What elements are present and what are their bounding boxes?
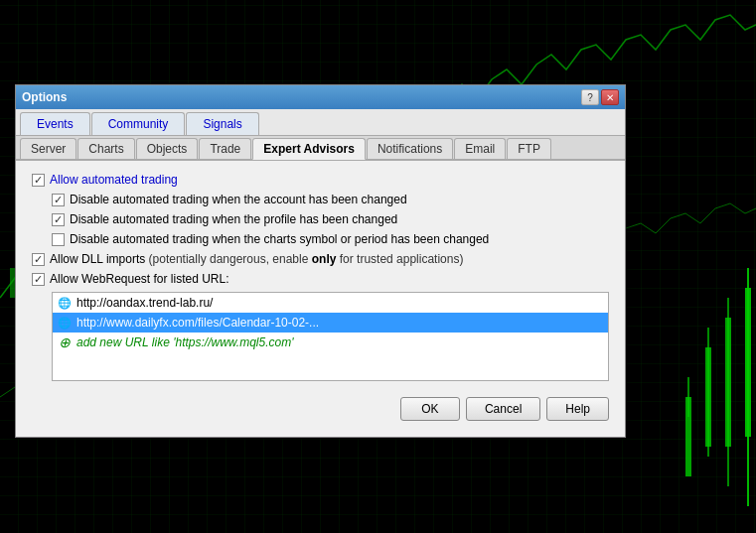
label-disable-account: Disable automated trading when the accou… bbox=[70, 193, 407, 206]
cancel-button[interactable]: Cancel bbox=[466, 397, 540, 421]
tab-row-top: Events Community Signals bbox=[16, 109, 625, 136]
url-item-add[interactable]: ⊕ add new URL like 'https://www.mql5.com… bbox=[53, 333, 608, 352]
title-bar: Options ? ✕ bbox=[16, 85, 625, 109]
label-allow-auto-trading: Allow automated trading bbox=[50, 173, 178, 187]
url-section: 🌐 http://oandax.trend-lab.ru/ 🌐 http://w… bbox=[32, 292, 609, 381]
tab-trade[interactable]: Trade bbox=[199, 138, 251, 159]
tab-objects[interactable]: Objects bbox=[136, 138, 199, 159]
checkbox-row-allow-auto-trading: Allow automated trading bbox=[32, 173, 609, 187]
tab-notifications[interactable]: Notifications bbox=[367, 138, 453, 159]
globe-icon-1: 🌐 bbox=[57, 295, 73, 311]
url-text-1: http://oandax.trend-lab.ru/ bbox=[76, 296, 213, 310]
checkbox-allow-auto-trading[interactable] bbox=[32, 174, 45, 187]
label-disable-chart: Disable automated trading when the chart… bbox=[70, 232, 489, 246]
globe-icon-2: 🌐 bbox=[57, 315, 73, 331]
tab-row-bottom: Server Charts Objects Trade Expert Advis… bbox=[16, 136, 625, 161]
checkbox-disable-chart[interactable] bbox=[52, 233, 65, 246]
tab-events[interactable]: Events bbox=[20, 112, 90, 135]
tab-charts[interactable]: Charts bbox=[77, 138, 134, 159]
url-list[interactable]: 🌐 http://oandax.trend-lab.ru/ 🌐 http://w… bbox=[52, 292, 609, 381]
add-icon: ⊕ bbox=[57, 334, 73, 350]
label-disable-profile: Disable automated trading when the profi… bbox=[70, 212, 397, 226]
tab-ftp[interactable]: FTP bbox=[507, 138, 551, 159]
ok-button[interactable]: OK bbox=[400, 397, 460, 421]
title-bar-controls: ? ✕ bbox=[581, 89, 619, 105]
checkbox-row-disable-profile: Disable automated trading when the profi… bbox=[32, 212, 609, 226]
checkbox-row-disable-chart: Disable automated trading when the chart… bbox=[32, 232, 609, 246]
help-button[interactable]: Help bbox=[546, 397, 609, 421]
tab-server[interactable]: Server bbox=[20, 138, 76, 159]
close-button[interactable]: ✕ bbox=[601, 89, 619, 105]
url-item-1[interactable]: 🌐 http://oandax.trend-lab.ru/ bbox=[53, 293, 608, 313]
url-text-2: http://www.dailyfx.com/files/Calendar-10… bbox=[76, 316, 319, 330]
content-area: Allow automated trading Disable automate… bbox=[16, 161, 625, 437]
tab-expert-advisors[interactable]: Expert Advisors bbox=[252, 138, 366, 160]
url-text-add: add new URL like 'https://www.mql5.com' bbox=[76, 335, 293, 349]
checkbox-row-allow-dll: Allow DLL imports (potentially dangerous… bbox=[32, 252, 609, 266]
checkbox-disable-account[interactable] bbox=[52, 194, 65, 206]
url-item-2[interactable]: 🌐 http://www.dailyfx.com/files/Calendar-… bbox=[53, 313, 608, 333]
options-dialog: Options ? ✕ Events Community Signals Ser… bbox=[15, 84, 626, 438]
tab-community[interactable]: Community bbox=[91, 112, 186, 135]
dialog-title: Options bbox=[22, 90, 67, 104]
tab-signals[interactable]: Signals bbox=[186, 112, 258, 135]
button-row: OK Cancel Help bbox=[32, 397, 609, 425]
checkbox-allow-dll[interactable] bbox=[32, 253, 45, 266]
tab-email[interactable]: Email bbox=[454, 138, 506, 159]
label-allow-webrequest: Allow WebRequest for listed URL: bbox=[50, 272, 229, 286]
label-allow-dll: Allow DLL imports (potentially dangerous… bbox=[50, 252, 463, 266]
checkbox-allow-webrequest[interactable] bbox=[32, 273, 45, 286]
checkbox-row-allow-webrequest: Allow WebRequest for listed URL: bbox=[32, 272, 609, 286]
help-title-button[interactable]: ? bbox=[581, 89, 599, 105]
checkbox-disable-profile[interactable] bbox=[52, 213, 65, 226]
checkbox-row-disable-account: Disable automated trading when the accou… bbox=[32, 193, 609, 206]
